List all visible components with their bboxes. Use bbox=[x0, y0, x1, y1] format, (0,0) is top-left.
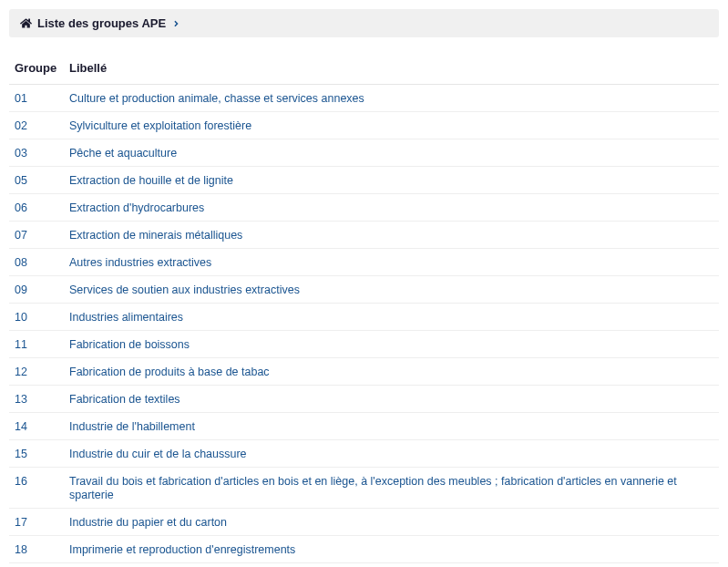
chevron-right-icon bbox=[173, 19, 179, 28]
table-row: 06Extraction d'hydrocarbures bbox=[9, 194, 719, 222]
cell-groupe: 07 bbox=[9, 222, 64, 249]
cell-libelle: Extraction de minerais métalliques bbox=[64, 222, 719, 249]
breadcrumb: Liste des groupes APE bbox=[9, 9, 719, 37]
table-row: 19Cokéfaction et raffinage bbox=[9, 563, 719, 568]
groupe-link[interactable]: 15 bbox=[15, 448, 27, 460]
cell-libelle: Fabrication de textiles bbox=[64, 386, 719, 413]
groupe-link[interactable]: 17 bbox=[15, 516, 27, 529]
libelle-link[interactable]: Fabrication de boissons bbox=[69, 338, 190, 351]
groupe-link[interactable]: 02 bbox=[15, 119, 27, 132]
cell-groupe: 05 bbox=[9, 167, 64, 194]
cell-libelle: Services de soutien aux industries extra… bbox=[64, 276, 719, 304]
groupe-link[interactable]: 05 bbox=[15, 174, 27, 187]
libelle-link[interactable]: Extraction de houille et de lignite bbox=[69, 174, 233, 187]
cell-groupe: 19 bbox=[9, 563, 64, 568]
cell-groupe: 13 bbox=[9, 386, 64, 413]
cell-libelle: Fabrication de boissons bbox=[64, 331, 719, 358]
groupe-link[interactable]: 16 bbox=[15, 475, 27, 488]
table-row: 11Fabrication de boissons bbox=[9, 331, 719, 358]
libelle-link[interactable]: Pêche et aquaculture bbox=[69, 147, 177, 160]
groupe-link[interactable]: 01 bbox=[15, 92, 27, 105]
libelle-link[interactable]: Industries alimentaires bbox=[69, 311, 183, 324]
groupe-link[interactable]: 14 bbox=[15, 420, 27, 433]
cell-libelle: Culture et production animale, chasse et… bbox=[64, 85, 719, 112]
table-row: 10Industries alimentaires bbox=[9, 304, 719, 331]
cell-groupe: 01 bbox=[9, 85, 64, 112]
cell-groupe: 11 bbox=[9, 331, 64, 358]
ape-groups-table: Groupe Libellé 01Culture et production a… bbox=[9, 54, 719, 567]
libelle-link[interactable]: Extraction d'hydrocarbures bbox=[69, 201, 204, 214]
groupe-link[interactable]: 03 bbox=[15, 147, 27, 160]
table-row: 15Industrie du cuir et de la chaussure bbox=[9, 440, 719, 468]
cell-libelle: Imprimerie et reproduction d'enregistrem… bbox=[64, 536, 719, 563]
cell-groupe: 12 bbox=[9, 358, 64, 386]
cell-groupe: 18 bbox=[9, 536, 64, 563]
cell-groupe: 03 bbox=[9, 139, 64, 167]
cell-groupe: 06 bbox=[9, 194, 64, 222]
libelle-link[interactable]: Imprimerie et reproduction d'enregistrem… bbox=[69, 543, 295, 556]
groupe-link[interactable]: 11 bbox=[15, 338, 27, 351]
cell-groupe: 16 bbox=[9, 468, 64, 509]
table-row: 01Culture et production animale, chasse … bbox=[9, 85, 719, 112]
cell-libelle: Sylviculture et exploitation forestière bbox=[64, 112, 719, 139]
libelle-link[interactable]: Industrie du cuir et de la chaussure bbox=[69, 448, 247, 460]
table-row: 16Travail du bois et fabrication d'artic… bbox=[9, 468, 719, 509]
cell-libelle: Industrie du papier et du carton bbox=[64, 509, 719, 536]
table-row: 13Fabrication de textiles bbox=[9, 386, 719, 413]
cell-groupe: 14 bbox=[9, 413, 64, 440]
libelle-link[interactable]: Extraction de minerais métalliques bbox=[69, 229, 242, 242]
cell-libelle: Cokéfaction et raffinage bbox=[64, 563, 719, 568]
table-row: 18Imprimerie et reproduction d'enregistr… bbox=[9, 536, 719, 563]
home-icon[interactable] bbox=[20, 17, 32, 29]
cell-groupe: 09 bbox=[9, 276, 64, 304]
groupe-link[interactable]: 07 bbox=[15, 229, 27, 242]
libelle-link[interactable]: Autres industries extractives bbox=[69, 256, 211, 269]
cell-groupe: 02 bbox=[9, 112, 64, 139]
libelle-link[interactable]: Services de soutien aux industries extra… bbox=[69, 284, 300, 296]
table-row: 17Industrie du papier et du carton bbox=[9, 509, 719, 536]
cell-libelle: Industrie de l'habillement bbox=[64, 413, 719, 440]
cell-libelle: Autres industries extractives bbox=[64, 249, 719, 276]
column-header-libelle: Libellé bbox=[64, 54, 719, 85]
cell-groupe: 17 bbox=[9, 509, 64, 536]
table-row: 08Autres industries extractives bbox=[9, 249, 719, 276]
libelle-link[interactable]: Industrie de l'habillement bbox=[69, 420, 195, 433]
table-row: 14Industrie de l'habillement bbox=[9, 413, 719, 440]
table-row: 03Pêche et aquaculture bbox=[9, 139, 719, 167]
libelle-link[interactable]: Culture et production animale, chasse et… bbox=[69, 92, 364, 105]
groupe-link[interactable]: 06 bbox=[15, 201, 27, 214]
cell-libelle: Industrie du cuir et de la chaussure bbox=[64, 440, 719, 468]
cell-libelle: Industries alimentaires bbox=[64, 304, 719, 331]
table-row: 05Extraction de houille et de lignite bbox=[9, 167, 719, 194]
cell-groupe: 15 bbox=[9, 440, 64, 468]
column-header-groupe: Groupe bbox=[9, 54, 64, 85]
cell-groupe: 08 bbox=[9, 249, 64, 276]
groupe-link[interactable]: 10 bbox=[15, 311, 27, 324]
cell-groupe: 10 bbox=[9, 304, 64, 331]
groupe-link[interactable]: 18 bbox=[15, 543, 27, 556]
table-row: 09Services de soutien aux industries ext… bbox=[9, 276, 719, 304]
groupe-link[interactable]: 12 bbox=[15, 366, 27, 378]
groupe-link[interactable]: 13 bbox=[15, 393, 27, 406]
cell-libelle: Travail du bois et fabrication d'article… bbox=[64, 468, 719, 509]
table-row: 12Fabrication de produits à base de taba… bbox=[9, 358, 719, 386]
groupe-link[interactable]: 09 bbox=[15, 284, 27, 296]
libelle-link[interactable]: Industrie du papier et du carton bbox=[69, 516, 227, 529]
cell-libelle: Pêche et aquaculture bbox=[64, 139, 719, 167]
cell-libelle: Extraction de houille et de lignite bbox=[64, 167, 719, 194]
table-row: 02Sylviculture et exploitation forestièr… bbox=[9, 112, 719, 139]
breadcrumb-title: Liste des groupes APE bbox=[37, 16, 166, 30]
libelle-link[interactable]: Fabrication de produits à base de tabac bbox=[69, 366, 270, 378]
table-row: 07Extraction de minerais métalliques bbox=[9, 222, 719, 249]
libelle-link[interactable]: Travail du bois et fabrication d'article… bbox=[69, 475, 677, 501]
libelle-link[interactable]: Fabrication de textiles bbox=[69, 393, 180, 406]
cell-libelle: Fabrication de produits à base de tabac bbox=[64, 358, 719, 386]
cell-libelle: Extraction d'hydrocarbures bbox=[64, 194, 719, 222]
libelle-link[interactable]: Sylviculture et exploitation forestière bbox=[69, 119, 251, 132]
groupe-link[interactable]: 08 bbox=[15, 256, 27, 269]
